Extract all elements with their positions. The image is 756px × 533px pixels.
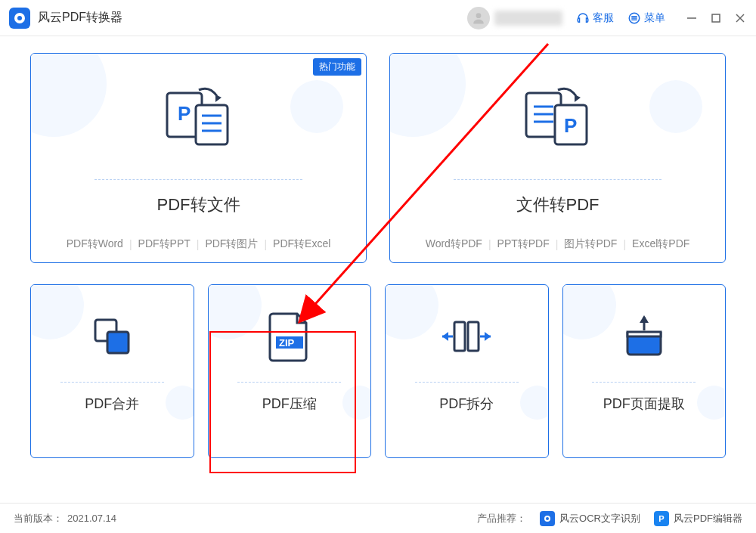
file-to-pdf-subs: Word转PDF| PPT转PDF| 图片转PDF| Excel转PDF	[420, 237, 696, 251]
avatar[interactable]	[467, 7, 490, 29]
svg-marker-32	[485, 332, 491, 341]
menu-button[interactable]: 菜单	[627, 11, 665, 25]
card-pdf-to-file[interactable]: 热门功能 P PDF转文件 PDF转Wor	[30, 53, 367, 263]
menu-label: 菜单	[644, 11, 665, 25]
version-value: 2021.07.14	[67, 513, 116, 524]
card-pdf-extract[interactable]: PDF页面提取	[562, 284, 727, 458]
card-pdf-split[interactable]: PDF拆分	[385, 284, 549, 458]
svg-text:P: P	[564, 114, 577, 137]
split-icon	[436, 306, 497, 367]
file-to-pdf-icon: P	[516, 76, 600, 160]
username[interactable]	[494, 11, 562, 26]
card-title: PDF压缩	[262, 395, 317, 413]
card-title: 文件转PDF	[516, 194, 600, 216]
compress-icon: ZIP	[259, 306, 320, 367]
merge-icon	[82, 306, 142, 367]
content: 热门功能 P PDF转文件 PDF转Wor	[0, 36, 756, 503]
svg-text:ZIP: ZIP	[279, 337, 295, 349]
svg-marker-15	[215, 95, 222, 102]
maximize-button[interactable]	[709, 11, 723, 25]
card-file-to-pdf[interactable]: P 文件转PDF Word转PDF| PPT转PDF| 图片转PDF| Exce…	[389, 53, 726, 263]
support-label: 客服	[593, 11, 614, 25]
pdf-to-file-icon: P	[157, 76, 240, 160]
svg-text:P: P	[178, 102, 191, 125]
card-title: PDF合并	[85, 395, 139, 413]
card-title: PDF拆分	[439, 395, 494, 413]
svg-rect-11	[196, 105, 228, 144]
pdf-to-file-subs: PDF转Word| PDF转PPT| PDF转图片| PDF转Excel	[60, 237, 337, 251]
minimize-button[interactable]	[685, 11, 699, 25]
svg-point-0	[476, 13, 482, 18]
close-button[interactable]	[733, 11, 747, 25]
card-pdf-compress[interactable]: ZIP PDF压缩	[208, 284, 372, 458]
svg-marker-35	[640, 315, 649, 323]
svg-rect-27	[454, 322, 465, 351]
card-title: PDF页面提取	[603, 395, 685, 413]
card-pdf-merge[interactable]: PDF合并	[30, 284, 194, 458]
footer: 当前版本： 2021.07.14 产品推荐： 风云OCR文字识别 P 风云PDF…	[0, 503, 756, 533]
app-title: 风云PDF转换器	[38, 10, 122, 26]
hot-badge: 热门功能	[313, 58, 361, 76]
svg-rect-6	[712, 14, 720, 22]
card-title: PDF转文件	[157, 194, 240, 216]
ocr-icon	[540, 511, 555, 526]
svg-point-37	[546, 517, 549, 520]
titlebar: 风云PDF转换器 客服 菜单	[0, 0, 756, 36]
extract-icon	[614, 306, 674, 367]
svg-rect-28	[468, 322, 479, 351]
support-button[interactable]: 客服	[576, 11, 614, 25]
svg-rect-33	[627, 332, 661, 336]
recommend-label: 产品推荐：	[477, 512, 526, 525]
product-ocr[interactable]: 风云OCR文字识别	[540, 511, 640, 526]
product-editor[interactable]: P 风云PDF编辑器	[654, 511, 742, 526]
svg-marker-22	[575, 95, 581, 102]
editor-icon: P	[654, 511, 669, 526]
version-label: 当前版本：	[14, 512, 63, 525]
app-logo	[9, 8, 30, 29]
svg-marker-30	[442, 332, 448, 341]
svg-rect-24	[107, 332, 129, 353]
